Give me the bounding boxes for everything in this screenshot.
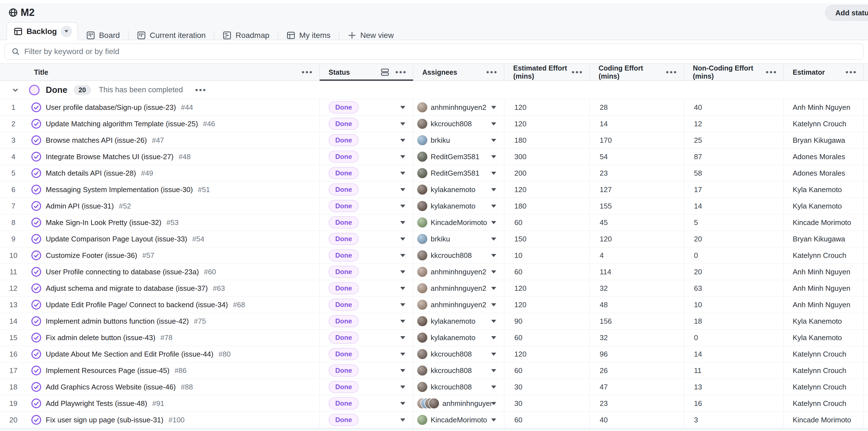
assignee-dropdown-caret-icon[interactable] <box>491 320 496 323</box>
non-coding-effort-cell[interactable]: 13 <box>684 379 784 395</box>
status-badge[interactable]: Done <box>329 101 359 113</box>
assignees-cell[interactable]: kylakanemoto <box>413 198 504 214</box>
status-badge[interactable]: Done <box>329 151 359 163</box>
non-coding-effort-cell[interactable]: 18 <box>684 313 784 329</box>
status-cell[interactable]: Done <box>320 362 413 378</box>
status-cell[interactable]: Done <box>320 412 413 428</box>
status-cell[interactable]: Done <box>320 116 413 132</box>
group-menu-button[interactable]: ••• <box>195 86 207 94</box>
estimator-cell[interactable]: Katelynn Crouch <box>784 379 864 395</box>
status-badge[interactable]: Done <box>329 315 359 327</box>
estimated-effort-cell[interactable]: 120 <box>504 99 590 115</box>
status-dropdown-caret-icon[interactable] <box>400 353 405 356</box>
tab-roadmap[interactable]: Roadmap <box>214 31 278 40</box>
issue-title[interactable]: Update Edit Profile Page/ Connect to bac… <box>46 301 228 309</box>
estimator-cell[interactable]: Anh Minh Nguyen <box>784 99 864 115</box>
issue-title[interactable]: Fix admin delete button (issue-43) <box>46 333 155 342</box>
estimator-cell[interactable]: Kincade Morimoto <box>784 214 864 231</box>
status-badge[interactable]: Done <box>329 249 359 262</box>
coding-effort-cell[interactable]: 156 <box>590 313 684 329</box>
non-coding-effort-cell[interactable]: 5 <box>684 214 784 231</box>
assignee-dropdown-caret-icon[interactable] <box>491 155 496 158</box>
status-badge[interactable]: Done <box>329 381 359 393</box>
column-menu-button[interactable]: ••• <box>396 68 407 76</box>
issue-title[interactable]: Update Comparison Page Layout (issue-33) <box>46 235 187 243</box>
non-coding-effort-cell[interactable]: 10 <box>684 297 784 313</box>
issue-title[interactable]: Match details API (issue-28) <box>46 169 136 177</box>
assignee-dropdown-caret-icon[interactable] <box>491 221 496 224</box>
assignees-cell[interactable]: brkiku <box>413 231 504 247</box>
issue-title[interactable]: Browse matches API (issue-26) <box>46 136 147 145</box>
estimated-effort-cell[interactable]: 60 <box>504 412 590 428</box>
tab-backlog[interactable]: Backlog <box>7 22 78 40</box>
assignees-cell[interactable]: kylakanemoto <box>413 330 504 346</box>
column-menu-button[interactable]: ••• <box>572 68 583 76</box>
issue-title[interactable]: Integrate Browse Matches UI (issue-27) <box>46 153 174 161</box>
assignees-cell[interactable]: kylakanemoto <box>413 181 504 198</box>
tab-options-caret-button[interactable] <box>61 26 72 37</box>
status-badge[interactable]: Done <box>329 216 359 229</box>
column-header-non-coding-effort[interactable]: Non-Coding Effort (mins)••• <box>684 64 784 80</box>
status-cell[interactable]: Done <box>320 264 413 280</box>
assignee-dropdown-caret-icon[interactable] <box>491 106 496 109</box>
estimator-cell[interactable]: Katelynn Crouch <box>784 346 864 362</box>
status-badge[interactable]: Done <box>329 414 359 426</box>
coding-effort-cell[interactable]: 96 <box>590 346 684 362</box>
coding-effort-cell[interactable]: 4 <box>590 247 684 263</box>
estimator-cell[interactable]: Katelynn Crouch <box>784 395 864 411</box>
non-coding-effort-cell[interactable]: 25 <box>684 132 784 148</box>
status-dropdown-caret-icon[interactable] <box>400 336 405 339</box>
status-dropdown-caret-icon[interactable] <box>400 106 405 109</box>
status-badge[interactable]: Done <box>329 266 359 278</box>
status-dropdown-caret-icon[interactable] <box>400 172 405 175</box>
assignees-cell[interactable]: kkcrouch808 <box>413 346 504 362</box>
estimated-effort-cell[interactable]: 120 <box>504 181 590 198</box>
assignees-cell[interactable]: kkcrouch808 <box>413 362 504 378</box>
coding-effort-cell[interactable]: 47 <box>590 379 684 395</box>
column-header-coding-effort[interactable]: Coding Effort (mins)••• <box>590 64 684 80</box>
assignees-cell[interactable]: kkcrouch808 <box>413 379 504 395</box>
non-coding-effort-cell[interactable]: 17 <box>684 181 784 198</box>
status-cell[interactable]: Done <box>320 313 413 329</box>
status-cell[interactable]: Done <box>320 297 413 313</box>
column-header-title[interactable]: Title••• <box>0 64 320 80</box>
status-cell[interactable]: Done <box>320 395 413 411</box>
assignees-cell[interactable]: anhminhnguyen2 <box>413 264 504 280</box>
status-dropdown-caret-icon[interactable] <box>400 369 405 372</box>
issue-title[interactable]: Make Sign-In Look Pretty (issue-32) <box>46 218 161 227</box>
status-dropdown-caret-icon[interactable] <box>400 402 405 405</box>
assignee-dropdown-caret-icon[interactable] <box>491 336 496 339</box>
status-badge[interactable]: Done <box>329 397 359 409</box>
estimator-cell[interactable]: Katelynn Crouch <box>784 116 864 132</box>
issue-title[interactable]: Update Matching algorithm Template (issu… <box>46 120 198 128</box>
assignee-dropdown-caret-icon[interactable] <box>491 254 496 257</box>
assignees-cell[interactable]: anhminhnguyen2,… <box>413 395 504 411</box>
assignee-dropdown-caret-icon[interactable] <box>491 172 496 175</box>
estimator-cell[interactable]: Anh Minh Nguyen <box>784 280 864 296</box>
status-dropdown-caret-icon[interactable] <box>400 205 405 208</box>
estimated-effort-cell[interactable]: 180 <box>504 198 590 214</box>
assignees-cell[interactable]: anhminhnguyen2 <box>413 99 504 115</box>
non-coding-effort-cell[interactable]: 40 <box>684 99 784 115</box>
assignees-cell[interactable]: ReditGem3581 <box>413 148 504 165</box>
column-header-estimated-effort[interactable]: Estimated Effort (mins)••• <box>504 64 590 80</box>
assignee-dropdown-caret-icon[interactable] <box>491 205 496 208</box>
column-header-status[interactable]: Status••• <box>320 64 413 80</box>
issue-title[interactable]: Messaging System Implementation (issue-3… <box>46 186 193 194</box>
issue-title[interactable]: Customize Footer (issue-36) <box>46 251 137 260</box>
chevron-down-icon[interactable] <box>11 86 20 94</box>
status-badge[interactable]: Done <box>329 118 359 130</box>
coding-effort-cell[interactable]: 54 <box>590 148 684 165</box>
status-badge[interactable]: Done <box>329 233 359 245</box>
status-dropdown-caret-icon[interactable] <box>400 139 405 142</box>
estimated-effort-cell[interactable]: 60 <box>504 214 590 231</box>
coding-effort-cell[interactable]: 40 <box>590 412 684 428</box>
status-cell[interactable]: Done <box>320 165 413 181</box>
estimator-cell[interactable]: Adones Morales <box>784 148 864 165</box>
status-dropdown-caret-icon[interactable] <box>400 254 405 257</box>
assignees-cell[interactable]: KincadeMorimoto <box>413 214 504 231</box>
add-status-update-button[interactable]: Add status update <box>825 5 868 21</box>
status-dropdown-caret-icon[interactable] <box>400 303 405 306</box>
status-badge[interactable]: Done <box>329 364 359 377</box>
column-menu-button[interactable]: ••• <box>487 68 498 76</box>
